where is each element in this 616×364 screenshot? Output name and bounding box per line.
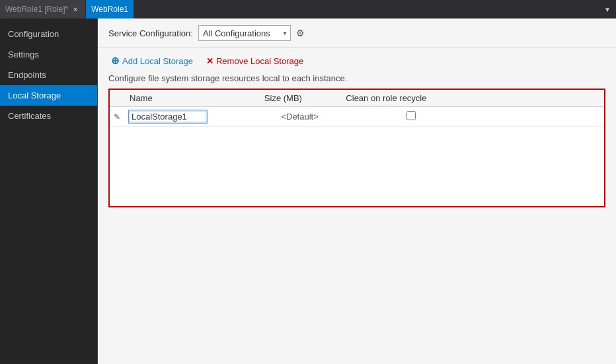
service-config-select[interactable]: All Configurations Cloud Local xyxy=(198,25,291,41)
tab-role-label: WebRole1 [Role]* xyxy=(5,5,68,14)
remove-local-storage-button[interactable]: ✕ Remove Local Storage xyxy=(204,55,306,67)
sidebar-item-configuration[interactable]: Configuration xyxy=(0,24,97,44)
toolbar: ⊕ Add Local Storage ✕ Remove Local Stora… xyxy=(98,48,616,73)
tab-webrole1-label: WebRole1 xyxy=(91,5,128,14)
col-clean-header: Clean on role recycle xyxy=(340,90,481,107)
description-text: Configure file system storage resources … xyxy=(98,73,616,89)
clean-checkbox[interactable] xyxy=(406,111,416,120)
content-area-rest xyxy=(98,207,616,364)
add-icon: ⊕ xyxy=(111,55,120,67)
add-local-storage-button[interactable]: ⊕ Add Local Storage xyxy=(108,54,196,68)
sidebar-item-local-storage[interactable]: Local Storage xyxy=(0,85,97,106)
service-config-label: Service Configuration: xyxy=(108,28,193,38)
extra-cell xyxy=(482,107,604,127)
row-edit-icon: ✎ xyxy=(110,107,124,127)
clean-checkbox-cell[interactable] xyxy=(340,107,481,127)
tab-role-close[interactable]: ✕ xyxy=(71,5,80,14)
size-cell: <Default> xyxy=(259,107,341,127)
title-bar: WebRole1 [Role]* ✕ WebRole1 ▼ xyxy=(0,0,616,18)
content-panel: Service Configuration: All Configuration… xyxy=(98,18,616,364)
sidebar-item-certificates[interactable]: Certificates xyxy=(0,106,97,126)
name-input[interactable] xyxy=(128,110,208,124)
col-extra-header xyxy=(482,90,604,107)
config-settings-icon[interactable]: ⚙ xyxy=(296,28,305,38)
remove-icon: ✕ xyxy=(206,56,213,66)
local-storage-table: Name Size (MB) Clean on role recycle ✎ xyxy=(110,90,604,127)
service-config-bar: Service Configuration: All Configuration… xyxy=(98,18,616,48)
col-name-header: Name xyxy=(124,90,259,107)
app-window: WebRole1 [Role]* ✕ WebRole1 ▼ Configurat… xyxy=(0,0,616,364)
sidebar-item-endpoints[interactable]: Endpoints xyxy=(0,65,97,85)
main-area: Configuration Settings Endpoints Local S… xyxy=(0,18,616,364)
col-edit-header xyxy=(110,90,124,107)
table-row: ✎ <Default> xyxy=(110,107,604,127)
sidebar: Configuration Settings Endpoints Local S… xyxy=(0,18,98,364)
tab-webrole1[interactable]: WebRole1 xyxy=(86,0,134,18)
name-cell[interactable] xyxy=(124,107,259,127)
sidebar-item-settings[interactable]: Settings xyxy=(0,44,97,65)
col-size-header: Size (MB) xyxy=(259,90,341,107)
tab-role[interactable]: WebRole1 [Role]* ✕ xyxy=(0,0,86,18)
local-storage-table-container: Name Size (MB) Clean on role recycle ✎ xyxy=(108,89,605,207)
tabs-dropdown[interactable]: ▼ xyxy=(599,6,616,13)
service-config-select-wrapper: All Configurations Cloud Local xyxy=(198,25,291,41)
